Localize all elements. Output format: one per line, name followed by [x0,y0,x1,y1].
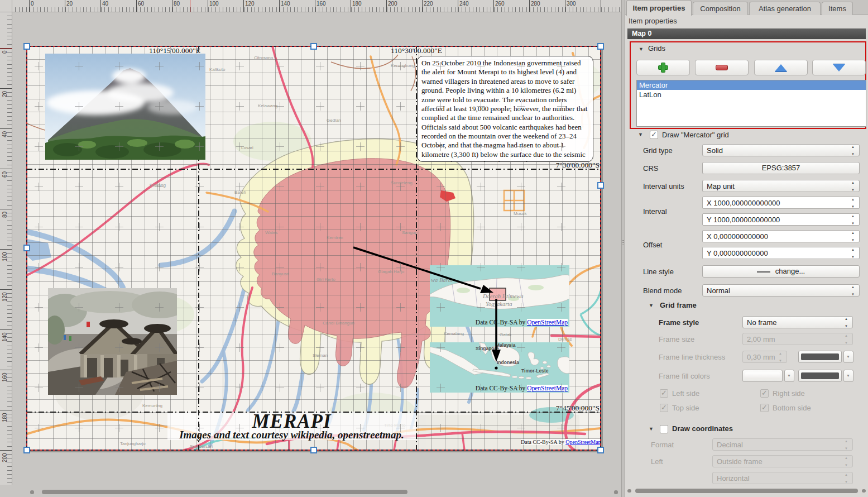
down-arrow-icon [833,64,845,71]
up-arrow-icon [775,64,787,71]
scrollbar-thumb[interactable] [635,489,858,493]
interval-units-select[interactable]: Map unit [702,180,860,192]
spinner-arrows-icon[interactable] [850,145,858,156]
selection-handle[interactable] [310,447,317,453]
java-inset-map[interactable]: wa Barat Daerah Istimewa Yogyakarta Data… [430,265,569,327]
left-position-label: Left [651,457,663,466]
spinner-arrows-icon [843,334,851,345]
scroll-left-arrow[interactable] [30,490,34,494]
scrollbar-thumb[interactable] [42,490,407,494]
frame-style-select[interactable]: No frame [742,316,853,328]
interval-label: Interval [643,207,667,216]
selection-handle[interactable] [597,447,604,453]
tab-items[interactable]: Items [822,2,853,15]
ruler-tick-label: 160 [316,1,326,7]
spinner-arrows-icon[interactable] [843,317,851,328]
canvas-horizontal-scrollbar[interactable] [12,488,621,496]
orientation-select: Horizontal [712,472,853,484]
collapse-triangle-icon[interactable]: ▼ [649,303,654,308]
spinner-arrows-icon[interactable] [850,248,858,259]
indonesia-inset-map[interactable]: Singapore Malaysia Indonesia Timor-Leste… [430,342,569,393]
selection-handle[interactable] [597,182,604,189]
panel-horizontal-scrollbar[interactable] [627,488,866,494]
graticule-line [27,169,601,170]
ruler-tick-label: 260 [495,1,505,7]
selection-handle[interactable] [23,245,30,251]
add-grid-button[interactable] [636,60,690,75]
blend-mode-label: Blend mode [643,286,682,295]
scroll-right-arrow[interactable] [862,489,866,493]
draw-grid-checkbox[interactable] [650,131,658,139]
remove-grid-button[interactable] [695,60,749,75]
ruler-tick-label: 140 [2,332,8,342]
volcano-photo[interactable] [45,54,205,160]
selection-handle[interactable] [23,43,30,50]
ruler-tick-label: 0 [31,1,34,7]
ruler-tick-label: 180 [352,1,362,7]
selection-handle[interactable] [597,43,604,50]
spinner-arrows-icon[interactable] [850,231,858,242]
spinner-arrows-icon[interactable] [850,181,858,192]
scroll-left-arrow[interactable] [627,489,631,493]
scroll-right-arrow[interactable] [614,490,618,494]
article-text-label[interactable]: On 25 October 2010 the Indonesian govern… [417,56,593,162]
graticule-line [27,412,601,413]
panel-splitter[interactable] [621,0,625,497]
offset-x-spinbox[interactable]: X 0,000000000000 [702,230,860,242]
grid-type-select[interactable]: Solid [702,144,860,156]
ruler-tick-label: 0 [2,50,8,54]
dock-tabbar: Item properties Composition Atlas genera… [625,0,868,15]
frame-line-color-dropdown [843,351,853,363]
move-grid-down-button[interactable] [812,60,866,75]
collapse-triangle-icon[interactable]: ▼ [639,46,644,52]
graticule-label: 7°45'00.000"S [556,404,600,413]
ruler-tick-label: 20 [66,1,73,7]
ruler-cursor-marker [0,49,12,49]
collapse-triangle-icon[interactable]: ▼ [649,426,654,432]
map-item[interactable]: Kalikuto Citrosono Kerungkong Kelawang G… [27,46,601,450]
openstreetmap-link[interactable]: OpenStreetMap [565,439,601,445]
openstreetmap-link[interactable]: OpenStreetMap [527,385,568,391]
destroyed-house-photo[interactable] [48,288,177,395]
right-side-checkbox [760,389,769,398]
blend-mode-select[interactable]: Normal [702,284,860,297]
collapse-triangle-icon[interactable]: ▼ [638,132,643,137]
ruler-tick-label: 40 [2,131,8,137]
map-subtitle: Images and text courtesy wikipedia, open… [167,429,416,441]
selection-handle[interactable] [23,447,30,453]
ruler-tick-label: 160 [2,372,8,382]
grid-type-label: Grid type [643,146,673,155]
bottom-side-checkbox [760,404,769,412]
draw-grid-label: Draw "Mercator" grid [662,131,729,139]
inset-attribution: Data CC-By-SA by OpenStreetMap [476,319,568,326]
offset-y-spinbox[interactable]: Y 0,000000000000 [702,247,860,259]
composer-canvas[interactable]: Kalikuto Citrosono Kerungkong Kelawang G… [12,12,621,497]
map-title-label[interactable]: MERAPI Images and text courtesy wikipedi… [167,412,416,440]
ruler-tick-label: 120 [2,292,8,302]
vertical-ruler: 0 20 40 60 80 100 120 140 160 180 200 [0,12,12,485]
interval-x-spinbox[interactable]: X 1000,000000000000 [702,197,860,209]
grid-list[interactable]: Mercator LatLon [636,80,866,127]
ruler-tick-label: 140 [281,1,290,7]
line-style-change-button[interactable]: change... [702,265,860,278]
openstreetmap-link[interactable]: OpenStreetMap [527,319,568,326]
item-properties-panel: Item properties Composition Atlas genera… [625,0,868,497]
grid-list-item-mercator[interactable]: Mercator [637,80,866,90]
spinner-arrows-icon [778,352,785,362]
selection-handle[interactable] [310,43,317,50]
crs-button[interactable]: EPSG:3857 [702,162,860,174]
tab-composition[interactable]: Composition [693,2,748,15]
offset-label: Offset [643,241,662,249]
line-style-label: Line style [643,267,674,276]
left-position-select: Outside frame [712,455,853,467]
tab-atlas-generation[interactable]: Atlas generation [749,2,821,15]
spinner-arrows-icon[interactable] [850,285,858,296]
spinner-arrows-icon[interactable] [850,198,858,208]
plus-icon [659,63,668,72]
interval-y-spinbox[interactable]: Y 1000,000000000000 [702,213,860,226]
grid-list-item-latlon[interactable]: LatLon [637,90,866,99]
draw-coordinates-checkbox[interactable] [660,425,668,433]
move-grid-up-button[interactable] [754,60,808,75]
spinner-arrows-icon[interactable] [850,214,858,225]
tab-item-properties[interactable]: Item properties [626,0,692,16]
